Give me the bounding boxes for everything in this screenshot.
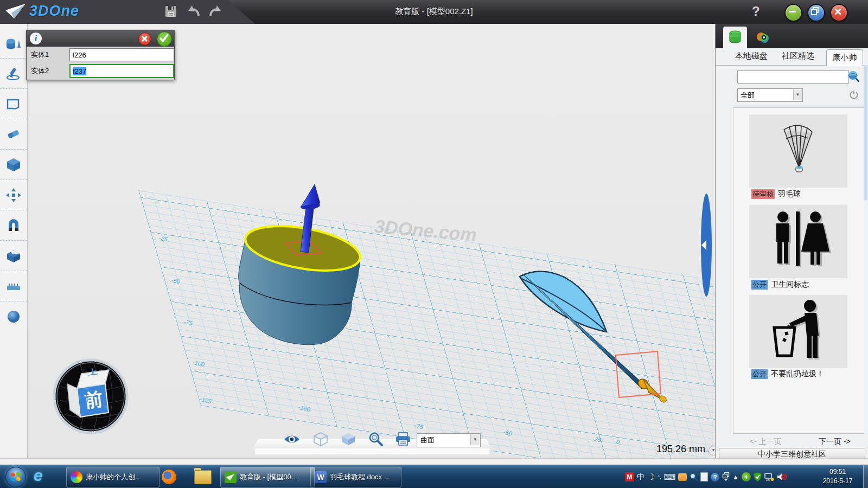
network-icon[interactable] [764, 473, 774, 481]
help-tray-icon[interactable]: ? [711, 473, 719, 481]
taskbar-item-word-doc[interactable]: W 羽毛球教程.docx ... [310, 467, 401, 487]
search-tray-icon[interactable] [690, 473, 698, 481]
measurement-readout: 195.26 mm [629, 444, 705, 455]
taskbar: e 康小帅的个人创... 教育版 - [模型00... W 羽毛球教程.docx… [0, 465, 868, 488]
panel-scrollbar[interactable] [864, 65, 867, 433]
eraser-tool-icon[interactable] [0, 119, 27, 150]
view-cube[interactable]: 前 上 左 [53, 358, 129, 434]
viewport-3d[interactable]: -25 -50 -75 -100 -125 -100 -75 -50 -25 0… [27, 24, 715, 458]
start-button[interactable] [5, 467, 26, 487]
prev-page-link[interactable]: <- 上一页 [750, 437, 782, 447]
measure-tool-icon[interactable] [0, 271, 27, 301]
volume-muted-icon[interactable] [777, 472, 787, 481]
status-badge-pending: 待审核 [751, 189, 775, 199]
visibility-eye-icon[interactable] [283, 432, 301, 447]
display-mode-dropdown[interactable]: 曲面 ▼ [417, 433, 481, 447]
display-mode-value: 曲面 [420, 435, 435, 445]
restore-button[interactable] [807, 4, 825, 22]
dart-model[interactable] [520, 272, 668, 404]
moon-icon[interactable]: ☽ [647, 472, 655, 482]
measurement-dropdown-icon[interactable]: ▾ [709, 446, 715, 455]
tab-local-disk[interactable]: 本地磁盘 [735, 51, 768, 61]
model-card-label: 待审核 羽毛球 [751, 190, 801, 198]
model-card-litter[interactable] [749, 295, 847, 368]
explorer-folder-icon[interactable] [194, 470, 210, 483]
hidden-icons-arrow[interactable]: ▲ [732, 473, 739, 481]
titlebar: 3DOne 教育版 - [模型002.Z1] ? [0, 0, 868, 24]
resource-panel: 本地磁盘 社区精选 康小帅 全部 ▼ [715, 24, 868, 458]
antivirus-plus-icon[interactable]: + [742, 472, 751, 481]
status-badge-public: 公开 [751, 369, 768, 379]
primitives-tool-icon[interactable] [0, 28, 27, 59]
panel-text-tabs: 本地磁盘 社区精选 康小帅 [716, 48, 868, 66]
search-globe-icon[interactable] [847, 70, 859, 82]
document-tray-icon[interactable] [700, 472, 708, 481]
firefox-icon[interactable] [162, 470, 176, 484]
combine-tool-icon[interactable] [0, 241, 27, 271]
selected-text: f237 [73, 67, 86, 75]
restore-windows-icon[interactable] [722, 472, 730, 481]
window-title: 教育版 - [模型002.Z1] [326, 7, 542, 17]
entity1-field[interactable]: f226 [69, 48, 174, 61]
word-icon: W [315, 471, 327, 483]
search-input[interactable] [737, 70, 849, 84]
direction-arrow-head[interactable] [301, 184, 320, 207]
database-icon [729, 30, 742, 44]
redo-icon[interactable] [208, 4, 222, 18]
refresh-power-icon[interactable] [850, 90, 858, 100]
panel-collapse-handle[interactable] [698, 192, 714, 298]
model-layer [27, 24, 715, 458]
sketch-surface-tool-icon[interactable] [0, 89, 27, 119]
ime-language-icon[interactable]: 中 [637, 472, 644, 482]
keyboard-icon[interactable]: ⌨ [663, 472, 675, 482]
library-tab-active[interactable] [723, 27, 747, 48]
category-filter-dropdown[interactable]: 全部 ▼ [737, 88, 803, 102]
left-toolbar [0, 24, 28, 463]
system-tray: M 中 ☽ °, ⌨ ? ▲ + [625, 465, 787, 488]
sketch-tool-icon[interactable] [0, 59, 27, 89]
dome-model[interactable] [239, 184, 363, 345]
help-icon[interactable]: ? [752, 4, 760, 19]
model-card-label: 公开 卫生间标志 [751, 280, 809, 289]
solid-view-icon[interactable] [339, 432, 358, 447]
security-shield-icon[interactable] [754, 472, 762, 481]
logo-text: 3DOne [29, 3, 79, 20]
dialog-cancel-button[interactable] [138, 33, 151, 46]
show-desktop-button[interactable] [863, 465, 868, 488]
entity2-field-active[interactable]: f237 [69, 64, 174, 78]
model-card-restroom[interactable] [749, 205, 847, 278]
dropdown-arrow-icon[interactable]: ▼ [470, 434, 480, 445]
dialog-confirm-button[interactable] [157, 31, 172, 47]
assembly-magnet-tool-icon[interactable] [0, 210, 27, 241]
tab-user-active[interactable]: 康小帅 [826, 49, 863, 66]
save-icon[interactable] [164, 5, 177, 18]
close-button[interactable] [830, 4, 848, 22]
panel-tab-strip [716, 24, 868, 48]
pinwheel-icon [71, 471, 82, 483]
next-page-link[interactable]: 下一页 -> [819, 437, 851, 447]
internet-explorer-icon[interactable]: e [34, 466, 43, 485]
special-solid-tool-icon[interactable] [0, 150, 27, 180]
sogou-m-icon[interactable]: M [625, 472, 634, 481]
print-icon[interactable] [394, 432, 412, 447]
info-icon: i [30, 33, 42, 44]
taskbar-item-3done-active[interactable]: 教育版 - [模型00... [220, 467, 315, 487]
taskbar-item-personal-space[interactable]: 康小帅的个人创... [66, 467, 159, 487]
paper-plane-icon [5, 3, 26, 20]
taskbar-clock[interactable]: 09:51 2016-5-17 [813, 467, 863, 486]
zoom-icon[interactable] [367, 432, 385, 447]
community-resource-tab[interactable] [751, 28, 774, 47]
undo-icon[interactable] [187, 4, 201, 18]
dropdown-arrow-icon[interactable]: ▼ [793, 89, 802, 100]
model-card-badminton[interactable] [749, 114, 847, 188]
wireframe-view-icon[interactable] [311, 432, 330, 447]
scrollbar-thumb[interactable] [864, 65, 867, 201]
material-sphere-tool-icon[interactable] [0, 301, 27, 331]
toolbox-icon[interactable] [678, 473, 687, 481]
minimize-button[interactable] [784, 4, 802, 22]
ime-options-icon[interactable]: °, [658, 474, 661, 480]
tab-community-featured[interactable]: 社区精选 [782, 51, 814, 61]
dialog-titlebar[interactable]: i [27, 30, 174, 47]
move-tool-icon[interactable] [0, 180, 27, 210]
app-window: 3DOne 教育版 - [模型002.Z1] ? [0, 0, 868, 488]
